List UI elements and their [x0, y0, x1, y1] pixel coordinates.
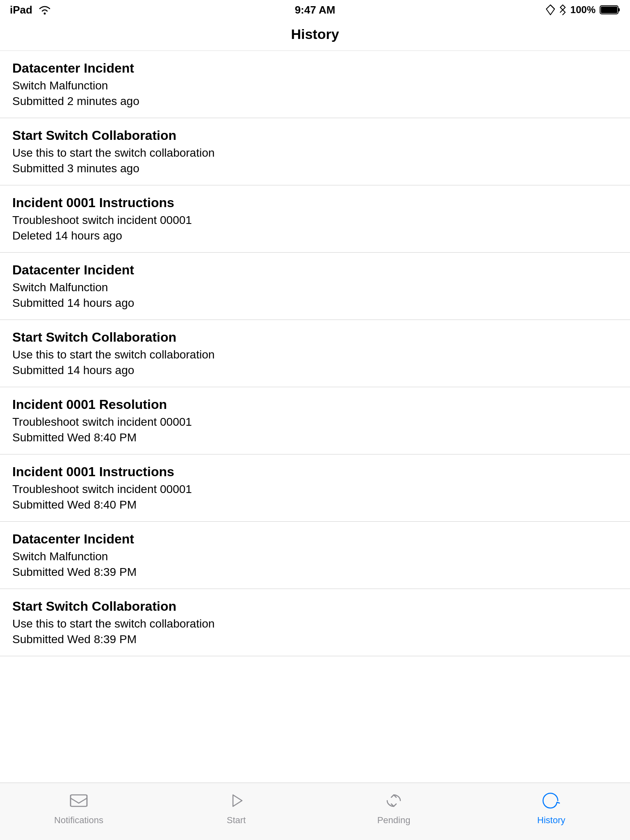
list-item[interactable]: Datacenter IncidentSwitch MalfunctionSub…: [0, 253, 630, 320]
notifications-icon: [68, 790, 90, 812]
item-title: Datacenter Incident: [12, 262, 618, 278]
tab-label-notifications: Notifications: [54, 815, 103, 826]
item-subtitle: Use this to start the switch collaborati…: [12, 146, 618, 160]
item-title: Start Switch Collaboration: [12, 128, 618, 143]
history-icon: [540, 790, 562, 812]
list-item[interactable]: Datacenter IncidentSwitch MalfunctionSub…: [0, 51, 630, 118]
status-right: 100%: [546, 4, 620, 16]
item-title: Incident 0001 Instructions: [12, 195, 618, 210]
item-title: Incident 0001 Instructions: [12, 464, 618, 479]
item-title: Datacenter Incident: [12, 61, 618, 76]
item-subtitle: Switch Malfunction: [12, 550, 618, 563]
item-timestamp: Submitted 14 hours ago: [12, 364, 618, 377]
list-item[interactable]: Start Switch CollaborationUse this to st…: [0, 589, 630, 656]
tab-label-pending: Pending: [377, 815, 411, 826]
list-item[interactable]: Incident 0001 InstructionsTroubleshoot s…: [0, 185, 630, 253]
svg-rect-3: [618, 8, 620, 11]
tab-start[interactable]: Start: [158, 790, 315, 826]
tab-pending[interactable]: Pending: [315, 790, 472, 826]
item-timestamp: Deleted 14 hours ago: [12, 229, 618, 242]
item-title: Start Switch Collaboration: [12, 599, 618, 614]
status-time: 9:47 AM: [295, 4, 336, 16]
item-title: Incident 0001 Resolution: [12, 397, 618, 412]
device-name: iPad: [10, 4, 32, 16]
list-item[interactable]: Incident 0001 ResolutionTroubleshoot swi…: [0, 387, 630, 454]
item-timestamp: Submitted 14 hours ago: [12, 297, 618, 310]
item-timestamp: Submitted 2 minutes ago: [12, 95, 618, 108]
svg-point-0: [43, 13, 46, 15]
battery-icon: [600, 5, 620, 15]
item-timestamp: Submitted Wed 8:39 PM: [12, 633, 618, 646]
tab-history[interactable]: History: [472, 790, 630, 826]
item-subtitle: Troubleshoot switch incident 00001: [12, 415, 618, 429]
item-timestamp: Submitted 3 minutes ago: [12, 162, 618, 175]
battery-percent: 100%: [571, 4, 596, 16]
item-title: Datacenter Incident: [12, 532, 618, 547]
item-subtitle: Use this to start the switch collaborati…: [12, 348, 618, 361]
status-bar: iPad 9:47 AM 100%: [0, 0, 630, 20]
item-timestamp: Submitted Wed 8:40 PM: [12, 498, 618, 511]
item-subtitle: Switch Malfunction: [12, 281, 618, 294]
item-subtitle: Use this to start the switch collaborati…: [12, 617, 618, 630]
list-item[interactable]: Start Switch CollaborationUse this to st…: [0, 118, 630, 185]
item-timestamp: Submitted Wed 8:40 PM: [12, 431, 618, 444]
tab-label-start: Start: [227, 815, 246, 826]
wifi-icon: [37, 5, 52, 15]
nav-bar: History: [0, 20, 630, 51]
list-item[interactable]: Datacenter IncidentSwitch MalfunctionSub…: [0, 522, 630, 589]
page-title: History: [291, 26, 339, 42]
content-list: Datacenter IncidentSwitch MalfunctionSub…: [0, 51, 630, 781]
bluetooth-icon: [559, 5, 566, 15]
item-title: Start Switch Collaboration: [12, 330, 618, 345]
tab-notifications[interactable]: Notifications: [0, 790, 158, 826]
item-subtitle: Troubleshoot switch incident 00001: [12, 214, 618, 227]
item-subtitle: Troubleshoot switch incident 00001: [12, 483, 618, 496]
location-icon: [546, 5, 555, 15]
list-item[interactable]: Start Switch CollaborationUse this to st…: [0, 320, 630, 387]
svg-rect-2: [601, 7, 617, 13]
svg-rect-4: [71, 795, 87, 806]
list-item[interactable]: Incident 0001 InstructionsTroubleshoot s…: [0, 454, 630, 522]
pending-icon: [383, 790, 405, 812]
tab-bar: Notifications Start Pending History: [0, 783, 630, 840]
status-left: iPad: [10, 4, 52, 16]
tab-label-history: History: [537, 815, 565, 826]
start-icon: [225, 790, 247, 812]
item-subtitle: Switch Malfunction: [12, 79, 618, 92]
item-timestamp: Submitted Wed 8:39 PM: [12, 566, 618, 579]
